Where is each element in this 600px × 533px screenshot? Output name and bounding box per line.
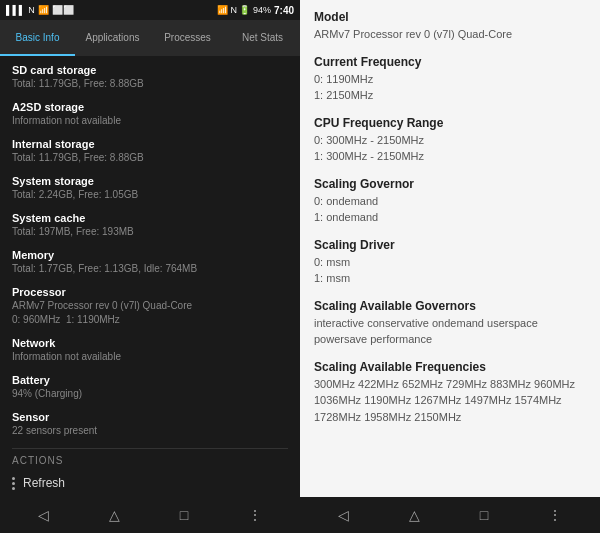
sd-card-label: SD card storage: [12, 64, 288, 76]
popup-current-freq-value: 0: 1190MHz1: 2150MHz: [314, 71, 586, 104]
cpu-info-popup[interactable]: Model ARMv7 Processor rev 0 (v7l) Quad-C…: [300, 0, 600, 497]
battery-label: Battery: [12, 374, 288, 386]
battery-item: Battery 94% (Charging): [12, 374, 288, 401]
sd-card-storage-item: SD card storage Total: 11.79GB, Free: 8.…: [12, 64, 288, 91]
home-icon[interactable]: △: [109, 507, 120, 523]
system-cache-label: System cache: [12, 212, 288, 224]
popup-freq-range-label: CPU Frequency Range: [314, 116, 586, 130]
right-bottom-nav: ◁ △ □ ⋮: [300, 507, 600, 523]
left-tab-bar: Basic Info Applications Processes Net St…: [0, 20, 300, 56]
tab-applications[interactable]: Applications: [75, 20, 150, 56]
system-cache-value: Total: 197MB, Free: 193MB: [12, 225, 288, 239]
system-storage-label: System storage: [12, 175, 288, 187]
three-dots-icon: [12, 477, 15, 490]
left-scroll-content[interactable]: SD card storage Total: 11.79GB, Free: 8.…: [0, 56, 300, 497]
right-recent-icon[interactable]: □: [480, 507, 488, 523]
popup-model-value: ARMv7 Processor rev 0 (v7l) Quad-Core: [314, 26, 586, 43]
a2sd-label: A2SD storage: [12, 101, 288, 113]
left-n-icon: N: [28, 5, 35, 15]
sensor-value: 22 sensors present: [12, 424, 288, 438]
bottom-navigation: ◁ △ □ ⋮ ◁ △ □ ⋮: [0, 497, 600, 533]
processor-label: Processor: [12, 286, 288, 298]
popup-freq-range-item: CPU Frequency Range 0: 300MHz - 2150MHz1…: [314, 116, 586, 165]
internal-storage-item: Internal storage Total: 11.79GB, Free: 8…: [12, 138, 288, 165]
right-menu-icon[interactable]: ⋮: [548, 507, 562, 523]
popup-current-freq-item: Current Frequency 0: 1190MHz1: 2150MHz: [314, 55, 586, 104]
back-icon[interactable]: ◁: [38, 507, 49, 523]
popup-avail-governors-value: interactive conservative ondemand usersp…: [314, 315, 586, 348]
internal-storage-value: Total: 11.79GB, Free: 8.88GB: [12, 151, 288, 165]
left-time: 7:40: [274, 5, 294, 16]
system-storage-value: Total: 2.24GB, Free: 1.05GB: [12, 188, 288, 202]
processor-value: ARMv7 Processor rev 0 (v7l) Quad-Core0: …: [12, 299, 288, 327]
left-wifi-icon: 📶: [38, 5, 49, 15]
processor-item: Processor ARMv7 Processor rev 0 (v7l) Qu…: [12, 286, 288, 327]
network-label: Network: [12, 337, 288, 349]
right-panel: ▌▌▌ N 🔋 94% 8:09 Basic Net Stats Model A…: [300, 0, 600, 497]
popup-freq-range-value: 0: 300MHz - 2150MHz1: 300MHz - 2150MHz: [314, 132, 586, 165]
refresh-row[interactable]: Refresh: [12, 472, 288, 494]
memory-value: Total: 1.77GB, Free: 1.13GB, Idle: 764MB: [12, 262, 288, 276]
popup-scaling-governor-label: Scaling Governor: [314, 177, 586, 191]
popup-avail-governors-item: Scaling Available Governors interactive …: [314, 299, 586, 348]
popup-scaling-driver-value: 0: msm1: msm: [314, 254, 586, 287]
sensor-item: Sensor 22 sensors present: [12, 411, 288, 438]
recent-icon[interactable]: □: [180, 507, 188, 523]
left-battery-text: 📶 N 🔋 94%: [217, 5, 271, 15]
actions-section-label: ACTIONS: [12, 455, 288, 466]
popup-scaling-governor-item: Scaling Governor 0: ondemand1: ondemand: [314, 177, 586, 226]
memory-item: Memory Total: 1.77GB, Free: 1.13GB, Idle…: [12, 249, 288, 276]
a2sd-value: Information not available: [12, 114, 288, 128]
memory-label: Memory: [12, 249, 288, 261]
system-storage-item: System storage Total: 2.24GB, Free: 1.05…: [12, 175, 288, 202]
a2sd-storage-item: A2SD storage Information not available: [12, 101, 288, 128]
popup-scaling-driver-label: Scaling Driver: [314, 238, 586, 252]
right-back-icon[interactable]: ◁: [338, 507, 349, 523]
internal-storage-label: Internal storage: [12, 138, 288, 150]
popup-model-label: Model: [314, 10, 586, 24]
tab-net-stats[interactable]: Net Stats: [225, 20, 300, 56]
popup-avail-governors-label: Scaling Available Governors: [314, 299, 586, 313]
popup-avail-freqs-value: 300MHz 422MHz 652MHz 729MHz 883MHz 960MH…: [314, 376, 586, 426]
battery-value: 94% (Charging): [12, 387, 288, 401]
right-home-icon[interactable]: △: [409, 507, 420, 523]
actions-divider: [12, 448, 288, 449]
left-bottom-nav: ◁ △ □ ⋮: [0, 507, 300, 523]
left-status-bar: ▌▌▌ N 📶 ⬜⬜ 📶 N 🔋 94% 7:40: [0, 0, 300, 20]
sensor-label: Sensor: [12, 411, 288, 423]
network-value: Information not available: [12, 350, 288, 364]
network-item: Network Information not available: [12, 337, 288, 364]
popup-scaling-driver-item: Scaling Driver 0: msm1: msm: [314, 238, 586, 287]
tab-basic-info[interactable]: Basic Info: [0, 20, 75, 56]
popup-model-item: Model ARMv7 Processor rev 0 (v7l) Quad-C…: [314, 10, 586, 43]
refresh-label: Refresh: [23, 476, 65, 490]
popup-scaling-governor-value: 0: ondemand1: ondemand: [314, 193, 586, 226]
tab-processes[interactable]: Processes: [150, 20, 225, 56]
menu-icon[interactable]: ⋮: [248, 507, 262, 523]
left-misc-icon: ⬜⬜: [52, 5, 74, 15]
left-panel: ▌▌▌ N 📶 ⬜⬜ 📶 N 🔋 94% 7:40 Basic Info App…: [0, 0, 300, 497]
system-cache-item: System cache Total: 197MB, Free: 193MB: [12, 212, 288, 239]
popup-current-freq-label: Current Frequency: [314, 55, 586, 69]
popup-avail-freqs-label: Scaling Available Frequencies: [314, 360, 586, 374]
sd-card-value: Total: 11.79GB, Free: 8.88GB: [12, 77, 288, 91]
popup-avail-freqs-item: Scaling Available Frequencies 300MHz 422…: [314, 360, 586, 426]
left-signal-icon: ▌▌▌: [6, 5, 25, 15]
